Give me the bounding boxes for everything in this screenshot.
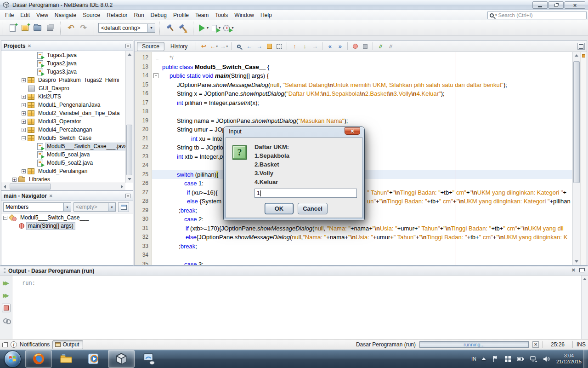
build-settings-button[interactable] bbox=[2, 316, 11, 325]
restore-button[interactable] bbox=[548, 1, 564, 9]
menu-tools[interactable]: Tools bbox=[212, 11, 231, 20]
menu-navigate[interactable]: Navigate bbox=[51, 11, 79, 20]
dialog-close-button[interactable]: ✕ bbox=[345, 127, 360, 135]
menu-edit[interactable]: Edit bbox=[17, 11, 33, 20]
find-selection-icon[interactable] bbox=[234, 42, 244, 51]
project-tree-item[interactable]: Tugas3.java bbox=[1, 68, 125, 76]
clean-build-project-button[interactable] bbox=[176, 22, 189, 34]
notifications-icon[interactable]: i bbox=[11, 341, 17, 348]
new-project-button[interactable]: + bbox=[19, 22, 31, 34]
language-indicator[interactable]: IN bbox=[471, 356, 476, 362]
project-tree-item[interactable]: Modul5_soal2.java bbox=[1, 159, 125, 167]
navigator-tree-item[interactable]: −Modul5___Switch_Case___ bbox=[1, 213, 133, 222]
error-stripe-mark[interactable] bbox=[582, 54, 585, 58]
progress-bar[interactable]: running... bbox=[419, 341, 529, 348]
uncomment-icon[interactable]: // bbox=[385, 42, 396, 51]
save-all-button[interactable] bbox=[44, 22, 56, 34]
dialog-text-input[interactable]: 1 bbox=[254, 189, 357, 198]
menu-run[interactable]: Run bbox=[131, 11, 147, 20]
code-line-35[interactable]: case 3: bbox=[152, 260, 572, 265]
expander-icon[interactable]: + bbox=[22, 169, 26, 173]
expander-icon[interactable]: + bbox=[12, 178, 17, 182]
build-project-button[interactable] bbox=[164, 22, 176, 34]
tray-network-icon[interactable] bbox=[530, 355, 537, 363]
navigator-tab-label[interactable]: main - Navigator bbox=[4, 193, 47, 199]
project-tree-item[interactable]: +Modul6_Perulangan bbox=[1, 167, 125, 175]
scroll-up-icon[interactable] bbox=[575, 54, 578, 57]
window-group-icon[interactable] bbox=[2, 343, 8, 347]
projects-horizontal-scrollbar[interactable] bbox=[1, 183, 125, 190]
navigator-tab-close-icon[interactable]: ✕ bbox=[49, 194, 53, 198]
project-tree-item[interactable]: +Modul2_Variabel_dan_Tipe_Data bbox=[1, 109, 125, 117]
last-edit-location-icon[interactable]: ↩ bbox=[198, 42, 209, 51]
expander-icon[interactable]: + bbox=[22, 120, 26, 124]
find-next-icon[interactable]: → bbox=[254, 42, 264, 51]
code-line-31[interactable]: if (xtb>=170){JOptionPane.showMessageDia… bbox=[152, 224, 572, 233]
projects-vertical-scrollbar[interactable] bbox=[125, 51, 133, 183]
project-tree-item[interactable]: +Modul3_Operator bbox=[1, 117, 125, 126]
source-view-button[interactable]: Source bbox=[137, 42, 164, 51]
close-button[interactable]: × bbox=[565, 1, 585, 9]
projects-tab-close-icon[interactable]: ✕ bbox=[28, 44, 31, 48]
navigator-filter-select[interactable]: Members ▼ bbox=[3, 202, 71, 212]
menu-file[interactable]: File bbox=[2, 11, 17, 20]
scroll-thumb[interactable] bbox=[10, 184, 51, 190]
scroll-right-icon[interactable] bbox=[121, 185, 123, 189]
taskbar-windows-media-player-button[interactable] bbox=[80, 350, 107, 368]
menu-source[interactable]: Source bbox=[79, 11, 103, 20]
projects-minimize-icon[interactable] bbox=[125, 44, 130, 48]
output-float-icon[interactable] bbox=[579, 268, 584, 272]
undo-button[interactable]: ↶ bbox=[65, 22, 77, 34]
project-tree-item[interactable]: −Modul5_Switch_Case bbox=[1, 134, 125, 142]
toggle-highlight-icon[interactable] bbox=[264, 42, 274, 51]
shift-line-right-icon[interactable]: » bbox=[335, 42, 345, 51]
code-line-34[interactable] bbox=[152, 251, 572, 260]
navigator-tree-item[interactable]: main(String[] args) bbox=[1, 222, 133, 230]
history-view-button[interactable]: History bbox=[166, 42, 192, 51]
code-line-12[interactable]: */ bbox=[152, 53, 572, 63]
start-button[interactable] bbox=[0, 350, 25, 368]
expander-icon[interactable]: + bbox=[22, 128, 26, 132]
menu-debug[interactable]: Debug bbox=[147, 11, 170, 20]
taskbar-clock[interactable]: 3:04 21/12/2015 bbox=[556, 353, 582, 365]
next-bookmark-icon[interactable]: ↓ bbox=[300, 42, 310, 51]
code-line-32[interactable]: else{JOptionPane.showMessageDialog(null,… bbox=[152, 233, 572, 242]
menu-help[interactable]: Help bbox=[257, 11, 275, 20]
code-line-15[interactable]: JOptionPane.showMessageDialog(null, "Sel… bbox=[152, 80, 572, 90]
project-tree-item[interactable]: Tugas1.java bbox=[1, 51, 125, 59]
code-line-14[interactable]: public static void main(String[] args) { bbox=[152, 71, 572, 80]
taskbar-remote-desktop-button[interactable] bbox=[136, 350, 162, 368]
expander-icon[interactable]: + bbox=[22, 78, 26, 82]
project-tree-item[interactable]: +Modul1_PengenalanJava bbox=[1, 101, 125, 109]
next-match-icon[interactable]: → bbox=[310, 42, 320, 51]
window-titlebar[interactable]: Dasar Perograman - NetBeans IDE 8.0.2 × bbox=[0, 0, 588, 10]
output-statusbar-tab[interactable]: Output bbox=[52, 340, 83, 349]
profile-project-button[interactable]: ▾ bbox=[222, 22, 235, 34]
project-tree-item[interactable]: Tugas2.java bbox=[1, 59, 125, 68]
code-line-17[interactable]: int pilihan = Integer.parseInt(x); bbox=[152, 98, 572, 108]
tray-battery-icon[interactable] bbox=[517, 355, 525, 363]
menu-team[interactable]: Team bbox=[192, 11, 212, 20]
scroll-thumb[interactable] bbox=[573, 61, 580, 183]
menu-view[interactable]: View bbox=[33, 11, 51, 20]
navigator-sort-button[interactable] bbox=[118, 202, 129, 212]
run-project-button[interactable]: ▾ bbox=[198, 22, 210, 34]
scroll-up-icon[interactable] bbox=[128, 53, 131, 56]
jump-forward-icon[interactable]: →▾ bbox=[219, 42, 229, 51]
navigator-minimize-icon[interactable] bbox=[125, 194, 130, 198]
debug-project-button[interactable]: ▾ bbox=[210, 22, 222, 34]
progress-options-icon[interactable]: ✕ bbox=[532, 341, 539, 348]
tray-flag-icon[interactable] bbox=[491, 355, 499, 363]
stop-macro-recording-icon[interactable] bbox=[360, 42, 370, 51]
cancel-button[interactable]: Cancel bbox=[298, 203, 328, 214]
scroll-down-icon[interactable] bbox=[575, 260, 578, 263]
rectangular-selection-icon[interactable] bbox=[274, 42, 284, 51]
project-tree-item[interactable]: +Modul4_Percabangan bbox=[1, 126, 125, 134]
code-line-18[interactable] bbox=[152, 107, 572, 116]
chevron-down-icon[interactable]: ▼ bbox=[63, 203, 71, 211]
scroll-up-icon[interactable] bbox=[583, 278, 587, 280]
expander-icon[interactable]: − bbox=[3, 216, 7, 220]
error-stripe[interactable] bbox=[580, 52, 587, 265]
tray-grid-icon[interactable] bbox=[504, 355, 512, 363]
menu-window[interactable]: Window bbox=[231, 11, 257, 20]
